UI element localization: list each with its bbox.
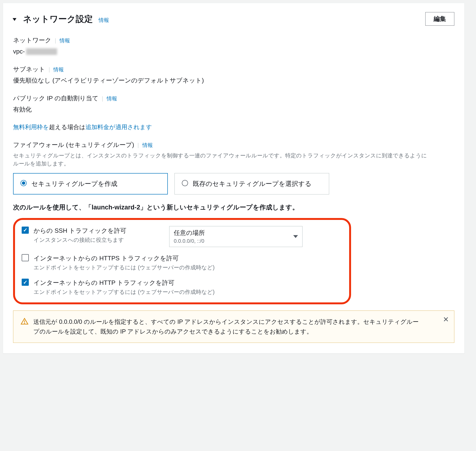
rule-ssh: からの SSH トラフィックを許可 インスタンスへの接続に役立ちます 任意の場所… (22, 226, 342, 247)
vpc-id-redacted (26, 48, 57, 55)
open-cidr-warning: 送信元が 0.0.0.0/0 のルールを指定すると、すべての IP アドレスから… (13, 311, 454, 343)
field-public-ip: パブリック IP の自動割り当て | 情報 有効化 (13, 94, 454, 114)
checkbox-http[interactable] (22, 279, 29, 286)
free-tier-link-1[interactable]: 無料利用枠を (13, 124, 49, 130)
edit-button[interactable]: 編集 (425, 12, 454, 26)
free-tier-mid: 超える場合は (49, 124, 85, 130)
rule-ssh-label: からの SSH トラフィックを許可 (33, 226, 126, 235)
firewall-label: ファイアウォール (セキュリティグループ) (13, 140, 134, 150)
close-icon[interactable]: ✕ (443, 316, 449, 323)
info-link-public-ip[interactable]: 情報 (107, 95, 117, 102)
rule-https: インターネットからの HTTPS トラフィックを許可 エンドポイントをセットアッ… (22, 254, 342, 272)
firewall-description: セキュリティグループとは、インスタンスのトラフィックを制御する一連のファイアウォ… (13, 151, 432, 168)
checkbox-ssh[interactable] (22, 226, 29, 234)
free-tier-link-2[interactable]: 追加料金が適用されます (85, 124, 152, 130)
sg-option-create[interactable]: セキュリティグループを作成 (13, 173, 168, 195)
network-label: ネットワーク (13, 36, 51, 45)
rules-intro: 次のルールを使用して、「launch-wizard-2」という新しいセキュリティ… (13, 203, 454, 212)
rule-http-hint: エンドポイントをセットアップするには (ウェブサーバーの作成時など) (33, 288, 215, 296)
rules-highlight-box: からの SSH トラフィックを許可 インスタンスへの接続に役立ちます 任意の場所… (13, 218, 351, 304)
info-link-network[interactable]: 情報 (59, 37, 70, 44)
panel-title: ネットワーク設定 (23, 13, 93, 25)
info-link-panel[interactable]: 情報 (98, 16, 109, 24)
ssh-source-label: 任意の場所 (174, 228, 291, 238)
radio-icon (182, 180, 188, 186)
chevron-down-icon (293, 235, 298, 238)
separator: | (102, 94, 103, 103)
rule-http-label: インターネットからの HTTP トラフィックを許可 (33, 278, 215, 288)
ssh-source-select[interactable]: 任意の場所 0.0.0.0/0, ::/0 (169, 226, 302, 247)
field-network: ネットワーク | 情報 vpc- (13, 36, 454, 56)
separator: | (138, 141, 139, 149)
public-ip-value: 有効化 (13, 105, 454, 114)
sg-radio-group: セキュリティグループを作成 既存のセキュリティグループを選択する (13, 173, 454, 195)
panel-title-group[interactable]: ネットワーク設定 情報 (13, 13, 109, 25)
rule-https-hint: エンドポイントをセットアップするには (ウェブサーバーの作成時など) (33, 263, 215, 272)
vpc-prefix: vpc- (13, 47, 25, 56)
sg-option-existing[interactable]: 既存のセキュリティグループを選択する (174, 173, 329, 195)
caret-down-icon (13, 18, 16, 21)
network-value: vpc- (13, 47, 454, 56)
field-firewall: ファイアウォール (セキュリティグループ) | 情報 セキュリティグループとは、… (13, 140, 454, 168)
warning-text: 送信元が 0.0.0.0/0 のルールを指定すると、すべての IP アドレスから… (33, 317, 419, 337)
public-ip-label: パブリック IP の自動割り当て (13, 94, 98, 103)
network-settings-panel: ネットワーク設定 情報 編集 ネットワーク | 情報 vpc- サブネット | … (3, 3, 465, 354)
warning-icon (20, 317, 29, 326)
info-link-subnet[interactable]: 情報 (53, 66, 64, 74)
separator: | (55, 36, 56, 45)
subnet-label: サブネット (13, 65, 45, 74)
ssh-source-value: 0.0.0.0/0, ::/0 (174, 237, 291, 245)
panel-header: ネットワーク設定 情報 編集 (13, 12, 454, 26)
info-link-firewall[interactable]: 情報 (142, 141, 153, 149)
sg-option-create-label: セキュリティグループを作成 (32, 179, 117, 189)
free-tier-note: 無料利用枠を超える場合は追加料金が適用されます (13, 123, 454, 132)
rule-ssh-hint: インスタンスへの接続に役立ちます (33, 236, 126, 244)
sg-option-existing-label: 既存のセキュリティグループを選択する (193, 179, 312, 189)
rule-http: インターネットからの HTTP トラフィックを許可 エンドポイントをセットアップ… (22, 278, 342, 296)
separator: | (49, 65, 50, 74)
rule-https-label: インターネットからの HTTPS トラフィックを許可 (33, 254, 215, 263)
field-subnet: サブネット | 情報 優先順位なし (アベイラビリティーゾーンのデフォルトサブネ… (13, 65, 454, 85)
radio-icon (20, 180, 27, 186)
checkbox-https[interactable] (22, 254, 29, 261)
subnet-value: 優先順位なし (アベイラビリティーゾーンのデフォルトサブネット) (13, 76, 454, 85)
svg-point-1 (24, 323, 25, 323)
